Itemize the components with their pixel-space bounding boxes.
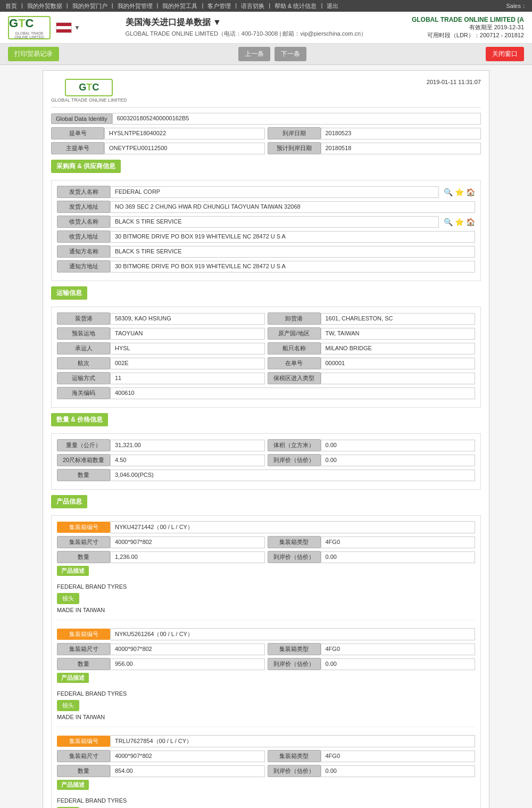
nav-home[interactable]: 首页: [5, 2, 17, 10]
product2-type-value: 4FG0: [321, 644, 476, 655]
consignee-name-row: 发货人名称 FEDERAL CORP 🔍 ⭐ 🏠: [57, 186, 475, 198]
next-btn-top[interactable]: 下一条: [275, 47, 306, 61]
arrival-port-col: 卸货港 1601, CHARLESTON, SC: [268, 312, 476, 325]
receiver-name-label: 收货人名称: [57, 216, 110, 228]
products-section-header: 产品信息: [51, 495, 87, 508]
product2-marks-btn[interactable]: 顿头: [57, 700, 79, 711]
transport-label: 运输方式: [57, 372, 110, 384]
carrier-col: 承运人 HYSL: [57, 342, 265, 354]
product2-type-col: 集装箱类型 4FG0: [268, 643, 476, 655]
product3-desc-label: 产品描述: [57, 780, 89, 790]
receiver-search-icon[interactable]: 🔍: [444, 218, 453, 226]
nav-clients[interactable]: 客户管理: [207, 2, 231, 10]
product2-desc-value: FEDERAL BRAND TYRES: [57, 689, 475, 698]
flag-arrow[interactable]: ▼: [74, 24, 80, 31]
twenty-ft-price-row: 20尺标准箱数量 4.50 到岸价（估价） 0.00: [57, 454, 475, 466]
valid-until: 有效期至 2019-12-31: [412, 23, 524, 31]
product3-size-value: 4000*907*802: [110, 751, 265, 762]
print-btn-top[interactable]: 打印贸易记录: [8, 47, 59, 61]
receiver-name-row: 收货人名称 BLACK S TIRE SERVICE 🔍 ⭐ 🏠: [57, 216, 475, 228]
consignee-star-icon[interactable]: ⭐: [455, 188, 464, 196]
arrival-date-label: 到岸日期: [268, 127, 321, 139]
product1-qty-label: 数量: [57, 551, 110, 563]
planned-arrival-col: 预计到岸日期 20180518: [268, 142, 481, 154]
bonded-col: 保税区进入类型: [268, 372, 476, 384]
main-content: GTC GLOBAL TRADE ONLINE LIMITED 2019-01-…: [0, 65, 532, 808]
product1-marks-btn[interactable]: 顿头: [57, 593, 79, 604]
twenty-ft-col: 20尺标准箱数量 4.50: [57, 454, 265, 466]
product1-price-value: 0.00: [321, 551, 476, 563]
global-data-value: 60032018052400000162B5: [112, 113, 481, 125]
product-item-1: 集装箱编号 NYKU4271442（00 / L / CY） 集装箱尺寸 400…: [57, 521, 475, 620]
arrival-date-col: 到岸日期 20180523: [268, 127, 481, 139]
product3-qty-value: 854.00: [110, 765, 265, 777]
declared-price-value: 0.00: [321, 455, 476, 466]
customs-code-value: 400610: [110, 387, 475, 399]
consignee-icons: 🔍 ⭐ 🏠: [442, 188, 475, 196]
bonded-label: 保税区进入类型: [268, 372, 321, 384]
prev-btn-top[interactable]: 上一条: [238, 47, 270, 61]
nav-portal[interactable]: 我的外贸门户: [72, 2, 107, 10]
notify-addr-value: 30 BITMORE DRIVE PO BOX 919 WHITEVILLE N…: [110, 261, 475, 273]
ref-number-value: 000001: [321, 358, 476, 369]
product1-container-num-row: 集装箱编号 NYKU4271442（00 / L / CY）: [57, 521, 475, 533]
weight-value: 31,321.00: [110, 440, 265, 451]
nav-lang[interactable]: 语言切换: [241, 2, 264, 10]
brand-name: GLOBAL TRADE ONLINE LIMITED (A: [412, 16, 524, 23]
logo-gtc: GTC: [9, 17, 49, 30]
product3-type-col: 集装箱类型 4FG0: [268, 750, 476, 762]
remaining-time: 可用时段（LDR）：200712 - 201812: [412, 31, 524, 39]
close-btn-top[interactable]: 关闭窗口: [486, 47, 524, 61]
departure-port-label: 装货港: [57, 312, 110, 325]
product3-price-label: 到岸价（估价）: [268, 765, 321, 777]
receiver-home-icon[interactable]: 🏠: [466, 218, 475, 226]
departure-port-value: 58309, KAO HSIUNG: [110, 313, 265, 325]
consignee-name-value: FEDERAL CORP: [110, 186, 439, 198]
nav-manage[interactable]: 我的外贸管理: [118, 2, 153, 10]
receiver-name-value: BLACK S TIRE SERVICE: [110, 216, 439, 228]
product2-desc-label: 产品描述: [57, 673, 89, 683]
product1-size-type-row: 集装箱尺寸 4000*907*802 集装箱类型 4FG0: [57, 536, 475, 548]
consignee-search-icon[interactable]: 🔍: [444, 188, 453, 196]
product2-price-col: 到岸价（估价） 0.00: [268, 658, 476, 670]
logo-area: GTC GLOBAL TRADE ONLINE LIMITED ▼: [8, 16, 80, 39]
doc-logo: GTC GLOBAL TRADE ONLINE LIMITED: [51, 79, 127, 103]
flag-area: ▼: [56, 22, 80, 33]
product2-price-label: 到岸价（估价）: [268, 658, 321, 670]
product3-size-type-row: 集装箱尺寸 4000*907*802 集装箱类型 4FG0: [57, 750, 475, 762]
product3-price-value: 0.00: [321, 765, 476, 777]
nav-sep: |: [21, 2, 23, 10]
consignee-addr-label: 发货人地址: [57, 201, 110, 213]
consignee-addr-value: NO 369 SEC 2 CHUNG HWA RD CHUNGLI TAOYUA…: [110, 201, 475, 213]
customs-code-row: 海关编码 400610: [57, 387, 475, 399]
arrival-port-value: 1601, CHARLESTON, SC: [321, 313, 476, 325]
bill-number-label: 提单号: [51, 127, 104, 139]
product1-container-num-value: NYKU4271442（00 / L / CY）: [110, 521, 475, 533]
pre-load-col: 预装运地 TAOYUAN: [57, 327, 265, 340]
product2-size-label: 集装箱尺寸: [57, 643, 110, 655]
consignee-addr-row: 发货人地址 NO 369 SEC 2 CHUNG HWA RD CHUNGLI …: [57, 201, 475, 213]
nav-tools[interactable]: 我的外贸工具: [162, 2, 197, 10]
pre-load-row: 预装运地 TAOYUAN 原产国/地区 TW, TAIWAN: [57, 327, 475, 340]
product1-desc-value: FEDERAL BRAND TYRES: [57, 582, 475, 591]
logo-box: GTC GLOBAL TRADE ONLINE LIMITED: [8, 16, 51, 39]
nav-help[interactable]: 帮助 & 统计信息: [275, 2, 317, 10]
consignee-home-icon[interactable]: 🏠: [466, 188, 475, 196]
ref-number-col: 在单号 000001: [268, 357, 476, 369]
product3-qty-price-row: 数量 854.00 到岸价（估价） 0.00: [57, 765, 475, 777]
nav-data[interactable]: 我的外贸数据: [27, 2, 62, 10]
transport-value: 11: [110, 373, 265, 384]
doc-logo-box: GTC: [65, 79, 113, 96]
carrier-label: 承运人: [57, 342, 110, 354]
total-quantity-value: 3,046.00(PCS): [110, 469, 475, 481]
arrival-port-label: 卸货港: [268, 312, 321, 325]
receiver-star-icon[interactable]: ⭐: [455, 218, 464, 226]
bill-number-value: HYSLNTPE18040022: [104, 128, 265, 139]
product2-size-type-row: 集装箱尺寸 4000*907*802 集装箱类型 4FG0: [57, 643, 475, 655]
voyage-value: 002E: [110, 358, 265, 369]
weight-vol-row: 重量（公斤） 31,321.00 体积（立方米） 0.00: [57, 439, 475, 451]
product2-price-value: 0.00: [321, 658, 476, 670]
nav-logout[interactable]: 退出: [327, 2, 338, 10]
product1-type-value: 4FG0: [321, 537, 476, 548]
document-container: GTC GLOBAL TRADE ONLINE LIMITED 2019-01-…: [43, 70, 489, 808]
